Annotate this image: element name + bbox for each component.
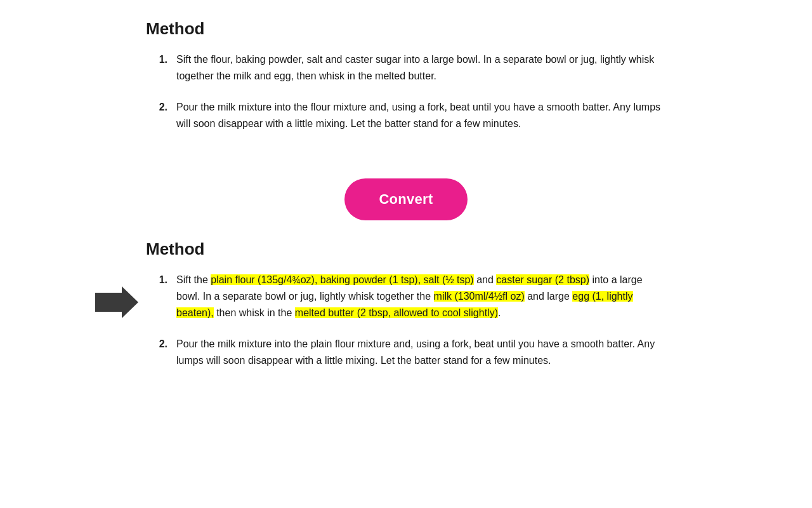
page-container: Method 1. Sift the flour, baking powder,… xyxy=(121,0,691,409)
convert-section: Convert xyxy=(146,178,666,220)
after-step-number-2: 2. xyxy=(152,336,167,368)
after-step-1-text: Sift the plain flour (135g/4¾oz), baking… xyxy=(176,272,666,321)
after-step-number-1: 1. xyxy=(152,272,167,321)
method-after-step-2: 2. Pour the milk mixture into the plain … xyxy=(152,336,666,368)
highlight-caster-sugar: caster sugar (2 tbsp) xyxy=(496,274,589,285)
step-number-2: 2. xyxy=(152,99,167,131)
highlight-butter: melted butter (2 tbsp, allowed to cool s… xyxy=(295,307,498,318)
method-before-step-2: 2. Pour the milk mixture into the flour … xyxy=(152,99,666,131)
arrow-indicator-icon xyxy=(95,286,138,318)
method-before-title: Method xyxy=(146,19,666,39)
method-before-step-1: 1. Sift the flour, baking powder, salt a… xyxy=(152,51,666,84)
method-after-title: Method xyxy=(146,239,666,259)
method-after-list: 1. Sift the plain flour (135g/4¾oz), bak… xyxy=(152,272,666,368)
step-number-1: 1. xyxy=(152,51,167,84)
step-2-text: Pour the milk mixture into the flour mix… xyxy=(176,99,666,131)
step-1-text: Sift the flour, baking powder, salt and … xyxy=(176,51,666,84)
highlight-plain-flour: plain flour (135g/4¾oz), baking powder (… xyxy=(211,274,473,285)
svg-marker-0 xyxy=(95,286,138,318)
after-step-2-text: Pour the milk mixture into the plain flo… xyxy=(176,336,666,368)
convert-button[interactable]: Convert xyxy=(344,178,467,220)
spacer xyxy=(146,147,666,159)
method-before-list: 1. Sift the flour, baking powder, salt a… xyxy=(152,51,666,131)
method-after-wrapper: Method 1. Sift the plain flour (135g/4¾o… xyxy=(146,239,666,368)
highlight-milk: milk (130ml/4½fl oz) xyxy=(434,291,525,302)
method-after-step-1: 1. Sift the plain flour (135g/4¾oz), bak… xyxy=(152,272,666,321)
